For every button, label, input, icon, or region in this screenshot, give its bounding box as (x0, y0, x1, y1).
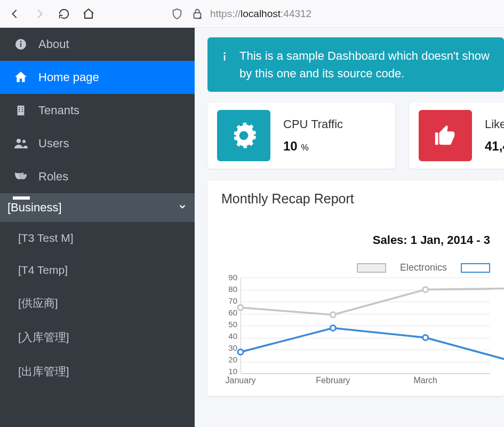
svg-rect-10 (22, 111, 23, 112)
info-alert: This is a sample Dashboard which doesn't… (207, 37, 504, 92)
masks-icon (13, 171, 29, 183)
svg-point-15 (238, 305, 243, 310)
sidebar-sub-t3[interactable]: [T3 Test M] (0, 222, 195, 254)
svg-point-14 (223, 52, 225, 54)
sidebar-sub-outbound[interactable]: [出库管理] (0, 354, 195, 389)
report-subtitle: Sales: 1 Jan, 2014 - 3 (221, 233, 490, 247)
sidebar-item-about[interactable]: About (0, 28, 195, 61)
svg-rect-5 (19, 107, 20, 108)
chevron-down-icon (178, 201, 187, 215)
browser-toolbar: https://localhost:44312 (0, 0, 504, 28)
sidebar-label: About (38, 37, 69, 51)
back-icon[interactable] (7, 6, 22, 21)
svg-point-21 (423, 335, 428, 341)
shield-icon[interactable] (170, 6, 185, 21)
svg-point-16 (330, 312, 335, 318)
gear-icon (217, 110, 270, 161)
svg-rect-7 (19, 109, 20, 110)
sidebar-item-users[interactable]: Users (0, 127, 195, 160)
section-label: [Business] (7, 201, 62, 215)
sidebar-sub-supplier[interactable]: [供应商] (0, 286, 195, 320)
sidebar-label: Roles (38, 170, 68, 184)
card-likes[interactable]: Likes 41,4 (409, 102, 504, 169)
card-title: CPU Traffic (283, 117, 343, 131)
y-axis: 908070605040302010 (225, 273, 237, 379)
sidebar: About Home page Tenants Users Roles [Bus… (0, 28, 195, 427)
chart-legend: Electronics (221, 262, 490, 273)
legend-swatch-grey (357, 263, 386, 273)
svg-point-19 (238, 350, 243, 355)
info-icon (13, 38, 29, 51)
report-panel: Monthly Recap Report Sales: 1 Jan, 2014 … (207, 180, 504, 396)
sidebar-sub-inbound[interactable]: [入库管理] (0, 320, 195, 354)
sidebar-section-business[interactable]: [Business] (0, 193, 195, 222)
building-icon (13, 105, 29, 116)
svg-point-12 (22, 140, 26, 143)
home-icon (13, 70, 29, 84)
svg-point-20 (330, 326, 335, 331)
svg-point-17 (423, 287, 428, 292)
sidebar-label: Tenants (38, 104, 79, 117)
legend-label: Electronics (400, 262, 447, 273)
svg-point-11 (17, 139, 21, 143)
card-value: 10 % (283, 139, 343, 154)
sidebar-label: Users (38, 137, 69, 151)
url-port: :44312 (281, 8, 311, 19)
report-title: Monthly Recap Report (221, 191, 490, 207)
lock-warning-icon[interactable] (190, 6, 205, 21)
section-decoration (13, 196, 30, 200)
sidebar-item-roles[interactable]: Roles (0, 160, 195, 193)
svg-rect-8 (22, 109, 23, 110)
svg-point-3 (20, 41, 22, 43)
svg-rect-13 (224, 56, 226, 61)
legend-swatch-blue (461, 263, 490, 273)
forward-icon[interactable] (32, 6, 47, 21)
main-content: This is a sample Dashboard which doesn't… (195, 28, 504, 427)
thumbs-up-icon (419, 110, 472, 161)
card-title: Likes (485, 117, 504, 131)
sidebar-sub-t4[interactable]: [T4 Temp] (0, 254, 195, 286)
card-value: 41,4 (485, 139, 504, 154)
sidebar-item-tenants[interactable]: Tenants (0, 94, 195, 127)
svg-rect-6 (22, 107, 23, 108)
svg-rect-4 (18, 106, 25, 115)
info-icon (219, 49, 230, 82)
alert-line: This is a sample Dashboard which doesn't… (239, 47, 490, 65)
chart-plot: 908070605040302010 JanuaryFebruaryMarchA… (225, 279, 490, 396)
svg-rect-2 (20, 43, 21, 47)
sidebar-item-home[interactable]: Home page (0, 61, 195, 94)
sidebar-label: Home page (38, 70, 99, 84)
url-host: localhost (241, 8, 281, 19)
alert-line: by this one and its source code. (239, 65, 490, 82)
users-icon (13, 138, 29, 149)
url-prefix: https:// (210, 8, 241, 19)
url-text[interactable]: https://localhost:44312 (210, 8, 311, 20)
chart-lines (241, 278, 504, 374)
reload-icon[interactable] (57, 6, 71, 21)
home-icon[interactable] (81, 6, 96, 21)
card-cpu[interactable]: CPU Traffic 10 % (207, 102, 395, 169)
svg-rect-9 (19, 111, 20, 112)
